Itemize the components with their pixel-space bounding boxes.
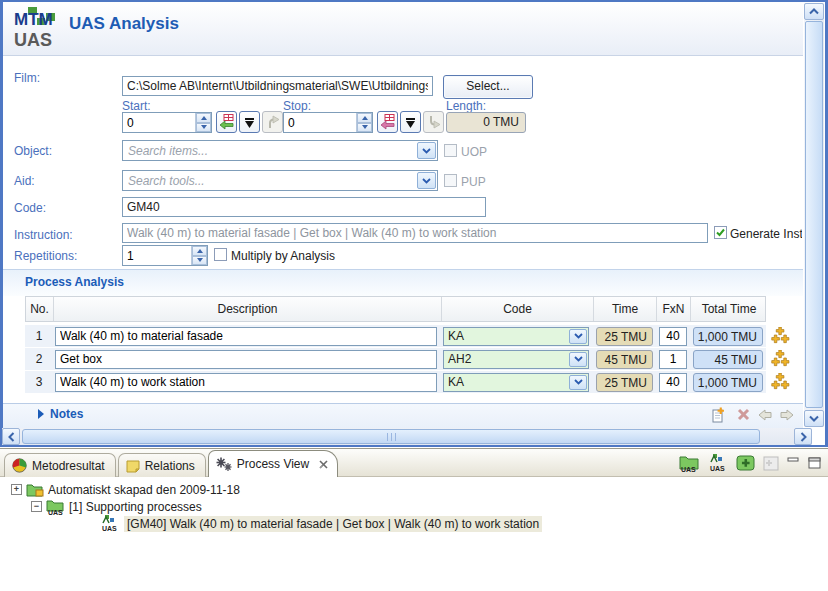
expand-analysis-icon[interactable] bbox=[771, 350, 791, 368]
repetitions-spinner[interactable] bbox=[122, 245, 208, 266]
aid-dropdown-button[interactable] bbox=[417, 172, 436, 189]
object-dropdown-button[interactable] bbox=[417, 142, 436, 159]
view-tab-bar: Metodresultat Relations bbox=[0, 448, 828, 477]
scroll-right-button[interactable] bbox=[794, 428, 812, 445]
pie-chart-icon bbox=[12, 458, 27, 473]
description-input[interactable] bbox=[55, 350, 437, 369]
tree-item-auto-created[interactable]: + Automatiskt skapad den 2009-11-18 bbox=[11, 481, 240, 498]
total-time-field: 1,000 TMU bbox=[693, 373, 763, 392]
row-number: 1 bbox=[25, 329, 53, 343]
notes-title[interactable]: Notes bbox=[50, 407, 83, 421]
stop-value-input[interactable] bbox=[284, 113, 356, 132]
column-header-description: Description bbox=[54, 297, 442, 321]
start-spinner[interactable] bbox=[122, 112, 212, 133]
fxn-input[interactable] bbox=[659, 373, 687, 392]
table-row: 3 KA 25 TMU 1,000 TMU bbox=[25, 371, 766, 393]
new-note-button[interactable] bbox=[710, 406, 728, 423]
table-row: 1 KA 25 TMU 1,000 TMU bbox=[25, 325, 766, 347]
repetitions-spin-down[interactable] bbox=[192, 256, 207, 266]
tree-item-supporting-processes[interactable]: − UAS [1] Supporting processes bbox=[31, 498, 202, 515]
row-number: 3 bbox=[25, 375, 53, 389]
new-folder-icon[interactable] bbox=[736, 454, 755, 472]
start-marker-button[interactable] bbox=[239, 111, 260, 133]
code-input[interactable] bbox=[122, 197, 486, 217]
object-combobox[interactable]: Search items... bbox=[122, 140, 438, 161]
close-tab-icon[interactable] bbox=[318, 459, 329, 470]
black-marker-icon bbox=[243, 116, 256, 129]
table-row: 2 AH2 45 TMU 45 TMU bbox=[25, 348, 766, 370]
code-combobox[interactable]: AH2 bbox=[443, 350, 589, 369]
set-stop-from-film-button[interactable] bbox=[377, 111, 398, 133]
pup-checkbox bbox=[444, 174, 457, 187]
tab-label: Relations bbox=[145, 459, 195, 473]
generate-instruction-label: Generate Instru bbox=[730, 227, 802, 241]
code-dropdown-button[interactable] bbox=[569, 352, 587, 367]
repetitions-value-input[interactable] bbox=[123, 246, 191, 265]
description-input[interactable] bbox=[55, 373, 437, 392]
row-number: 2 bbox=[25, 352, 53, 366]
horizontal-scroll-thumb[interactable] bbox=[22, 429, 760, 444]
generate-instruction-checkbox[interactable] bbox=[714, 226, 727, 239]
description-input[interactable] bbox=[55, 327, 437, 346]
expander-minus-icon[interactable]: − bbox=[31, 501, 42, 512]
disabled-tool-icon bbox=[762, 455, 780, 472]
tab-process-view[interactable]: Process View bbox=[208, 450, 338, 477]
code-dropdown-button[interactable] bbox=[569, 375, 587, 390]
column-header-code: Code bbox=[442, 297, 594, 321]
code-combobox[interactable]: KA bbox=[443, 373, 589, 392]
stop-spin-down[interactable] bbox=[357, 123, 372, 133]
repetitions-spin-up[interactable] bbox=[192, 246, 207, 256]
tree-item-gm40-process[interactable]: UAS [GM40] Walk (40 m) to material fasad… bbox=[100, 515, 542, 532]
expand-analysis-icon[interactable] bbox=[771, 373, 791, 391]
set-start-from-film-button[interactable] bbox=[216, 111, 237, 133]
code-value: KA bbox=[444, 375, 568, 389]
tree-item-label: [1] Supporting processes bbox=[69, 500, 202, 514]
start-spin-up[interactable] bbox=[196, 113, 211, 123]
tab-label: Metodresultat bbox=[32, 459, 105, 473]
tab-relations[interactable]: Relations bbox=[118, 453, 206, 477]
expand-analysis-icon[interactable] bbox=[771, 327, 791, 345]
pup-checkbox-label: PUP bbox=[461, 175, 486, 189]
fxn-input[interactable] bbox=[659, 350, 687, 369]
editor-horizontal-scrollbar[interactable] bbox=[2, 428, 812, 445]
maximize-view-icon[interactable] bbox=[808, 457, 822, 470]
start-spin-down[interactable] bbox=[196, 123, 211, 133]
code-dropdown-button[interactable] bbox=[569, 329, 587, 344]
minimize-view-icon[interactable] bbox=[787, 457, 801, 469]
black-marker-icon bbox=[404, 116, 417, 129]
expander-plus-icon[interactable]: + bbox=[11, 484, 22, 495]
aid-combobox[interactable]: Search tools... bbox=[122, 170, 438, 191]
process-analysis-title: Process Analysis bbox=[25, 275, 124, 289]
tab-metodresultat[interactable]: Metodresultat bbox=[4, 453, 116, 477]
multiply-by-analysis-checkbox[interactable] bbox=[214, 248, 227, 261]
editor-vertical-scrollbar[interactable] bbox=[804, 3, 824, 427]
uas-folder-icon: UAS bbox=[46, 498, 65, 515]
tree-item-label: Automatiskt skapad den 2009-11-18 bbox=[48, 483, 240, 497]
arrow-left-icon bbox=[757, 408, 773, 422]
jump-stop-button-disabled bbox=[423, 111, 444, 133]
uas-folder-icon[interactable]: UAS bbox=[679, 453, 700, 473]
check-icon bbox=[715, 227, 726, 238]
vertical-scroll-thumb[interactable] bbox=[805, 21, 823, 408]
arrow-right-icon bbox=[779, 408, 795, 422]
code-value: AH2 bbox=[444, 352, 568, 366]
sticky-note-icon bbox=[126, 459, 140, 473]
stop-marker-button[interactable] bbox=[400, 111, 421, 133]
scroll-up-button[interactable] bbox=[804, 3, 824, 20]
uas-process-icon[interactable]: UAS bbox=[707, 453, 729, 473]
scroll-left-button[interactable] bbox=[2, 428, 20, 445]
tree-item-label-selected[interactable]: [GM40] Walk (40 m) to material fasade | … bbox=[124, 516, 542, 532]
select-film-button[interactable]: Select... bbox=[443, 75, 533, 99]
fxn-input[interactable] bbox=[659, 327, 687, 346]
stop-spin-up[interactable] bbox=[357, 113, 372, 123]
notes-expander-icon[interactable] bbox=[38, 409, 44, 419]
move-right-button-disabled bbox=[778, 406, 796, 423]
delete-note-button-disabled bbox=[734, 406, 752, 423]
code-combobox[interactable]: KA bbox=[443, 327, 589, 346]
scroll-down-button[interactable] bbox=[804, 410, 824, 427]
stop-spinner[interactable] bbox=[283, 112, 373, 133]
multiply-by-analysis-label: Multiply by Analysis bbox=[231, 249, 335, 263]
bottom-view-pane: Metodresultat Relations bbox=[0, 447, 828, 591]
film-path-input[interactable] bbox=[122, 76, 433, 96]
start-value-input[interactable] bbox=[123, 113, 195, 132]
